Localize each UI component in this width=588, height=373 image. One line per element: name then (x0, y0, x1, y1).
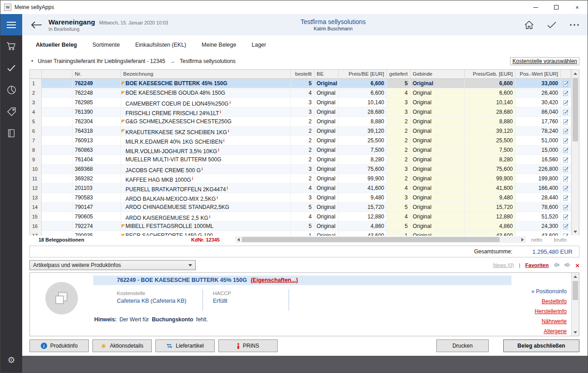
next-button[interactable] (564, 262, 570, 268)
scroll-left-button[interactable] (235, 236, 242, 243)
vertical-scrollbar-thumb[interactable] (573, 78, 578, 141)
detail-link-naehrwerte[interactable]: Nährwerte (517, 316, 567, 326)
favorites-link[interactable]: Favoriten (525, 262, 549, 268)
tab-meine-belege[interactable]: Meine Belege (202, 42, 236, 48)
detail-link-herstellerinfo[interactable]: Herstellerinfo (517, 306, 567, 316)
more-button[interactable] (569, 24, 579, 26)
tab-lager[interactable]: Lager (251, 42, 266, 48)
home-button[interactable] (524, 20, 534, 29)
minimize-button[interactable] (525, 0, 546, 14)
table-horizontal-scrollbar[interactable] (235, 236, 526, 243)
edit-position-button[interactable] (563, 79, 569, 88)
table-row[interactable]: 13790583ARDO BALKAN-MEXICO-MIX 2,5KGi3Or… (30, 193, 571, 203)
back-button[interactable] (30, 21, 42, 29)
detail-link-allergene[interactable]: Allergene (517, 326, 567, 336)
button-produktinfo[interactable]: Produktinfo (29, 339, 89, 352)
edit-position-button[interactable] (563, 136, 569, 145)
sidebar-item-statistics[interactable] (0, 79, 22, 101)
edit-position-button[interactable] (563, 203, 569, 212)
edit-position-button[interactable] (563, 165, 569, 174)
column-header-blank[interactable] (42, 70, 72, 79)
maximize-button[interactable] (546, 0, 567, 14)
sidebar-item-tasks[interactable] (0, 57, 22, 79)
edit-position-button[interactable] (563, 155, 569, 164)
note-marker-icon (121, 82, 125, 85)
table-row[interactable]: 2762248BOE KAESESCHEIB GOUDA 48% 150G4Or… (30, 88, 571, 98)
confirm-button[interactable] (547, 21, 557, 29)
button-beleg-abschliessen[interactable]: Beleg abschließen (503, 339, 579, 352)
cost-center-link[interactable]: Kostenstelle vorauswählen (510, 57, 579, 65)
button-label: Drucken (453, 343, 473, 349)
column-header-name[interactable]: Bezeichnung (121, 70, 291, 79)
edit-position-button[interactable] (563, 212, 569, 221)
prev-button[interactable] (554, 262, 559, 268)
edit-position-button[interactable] (563, 145, 569, 155)
column-header-edit[interactable] (561, 70, 571, 79)
edit-position-button[interactable] (563, 88, 569, 97)
sidebar-item-prices[interactable] (0, 101, 22, 122)
edit-position-button[interactable] (563, 193, 569, 202)
table-row[interactable]: 12201103PUERELL BRATKARTOFFELN 2KG4474i4… (30, 184, 571, 193)
column-header-bestellt[interactable]: bestellt (291, 70, 314, 79)
column-header-be[interactable]: BE (314, 70, 339, 79)
button-drucken[interactable]: Drucken (436, 339, 489, 352)
edit-position-button[interactable] (563, 98, 569, 107)
cell-blank (42, 136, 72, 145)
table-row[interactable]: 11369282KAFFEE HAG MKB 1000Gi2Original99… (30, 174, 571, 184)
scroll-right-button[interactable] (519, 236, 526, 243)
column-header-pos_wert[interactable]: Pos.-Wert [EUR] (516, 70, 561, 79)
table-row[interactable]: 9761404MUELLER MULTI-VIT BUTTERM 500G2Or… (30, 155, 571, 165)
detail-scrollbar[interactable] (571, 273, 579, 336)
scroll-down-button[interactable] (572, 228, 579, 235)
table-row[interactable]: 10369368JACOBS CAFE CREME 500 Gi3Origina… (30, 165, 571, 174)
table-row[interactable]: 1762249BOE KAESESCHE BUTTERK 45% 150G5Or… (30, 79, 571, 88)
news-link[interactable]: News (0) (493, 262, 514, 268)
edit-position-button[interactable] (563, 184, 569, 193)
edit-position-button[interactable] (563, 107, 569, 116)
table-row[interactable]: 3762985CAMEMBERT COEUR DE LION45%250Gi3O… (30, 98, 571, 107)
detail-link-bestellinfo[interactable]: Bestellinfo (517, 296, 567, 306)
table-row[interactable]: 7760913MILR.K.EDAMER 40% 1KG SCHEIBENi2O… (30, 136, 571, 145)
edit-position-button[interactable] (563, 174, 569, 183)
column-header-preis_geb[interactable]: Preis/Geb. [EUR] (465, 70, 516, 79)
sidebar-item-settings[interactable]: ⚙ (0, 349, 22, 371)
table-row[interactable]: 4761390FRISCHLI CREME FRISCHLI 24%1LTi3O… (30, 107, 571, 117)
table-row[interactable]: 16792274MIBELL FESTTAGSROLLE 1000ML5Orig… (30, 222, 571, 231)
product-info-dropdown[interactable]: Artikelpass und weitere Produktinfos (29, 260, 196, 270)
column-header-nr[interactable]: Nr. (72, 70, 121, 79)
detail-scroll-down-button[interactable] (572, 329, 579, 336)
close-button[interactable]: × (567, 0, 588, 14)
detail-scroll-up-button[interactable] (572, 273, 579, 280)
table-row[interactable]: 8760863MILR.VOLLMI-JOGHURT 3,5% 10KGi2Or… (30, 145, 571, 155)
close-panel-icon[interactable]: × (575, 262, 579, 269)
tab-aktueller-beleg[interactable]: Aktueller Beleg (36, 42, 77, 48)
edit-position-button[interactable] (563, 117, 569, 126)
column-header-gebinde[interactable]: Gebinde (410, 70, 465, 79)
column-header-preis_be[interactable]: Preis/BE [EUR] (339, 70, 387, 79)
table-row[interactable]: 15790605ARDO KAISERGEMUESE 2,5 KGi4Origi… (30, 212, 571, 222)
button-prins[interactable]: PRiNS (218, 339, 278, 352)
table-vertical-scrollbar[interactable] (571, 70, 579, 235)
button-label: Lieferartikel (176, 343, 204, 349)
sidebar-item-cart[interactable] (0, 35, 22, 57)
column-header-num[interactable] (30, 70, 42, 79)
sidebar-item-catalog[interactable] (0, 122, 22, 144)
netto-toggle[interactable]: netto (531, 237, 542, 242)
detail-link-positionsinfo[interactable]: » Positionsinfo (517, 286, 567, 296)
brutto-toggle[interactable]: brutto (554, 237, 567, 242)
table-row[interactable]: 5762304G&G SCHMELZKAESESCH CHESTE250G2Or… (30, 117, 571, 126)
button-aktionsdetails[interactable]: Aktionsdetails (92, 339, 152, 352)
detail-scrollbar-thumb[interactable] (573, 281, 578, 300)
edit-position-button[interactable] (563, 222, 569, 231)
button-lieferartikel[interactable]: Lieferartikel (155, 339, 215, 352)
table-row[interactable]: 14790147ARDO CHINAGEMUESE STANDAR2,5KG5O… (30, 203, 571, 212)
tab-sortimente[interactable]: Sortimente (92, 42, 120, 48)
scroll-up-button[interactable] (572, 70, 579, 77)
menu-button[interactable] (0, 14, 22, 35)
properties-link[interactable]: (Eigenschaften...) (251, 277, 298, 283)
table-row[interactable]: 6764318KRAEUTERKAESE SKZ SCHEIBEN 1KGi2O… (30, 126, 571, 136)
column-header-geliefert[interactable]: geliefert (387, 70, 410, 79)
horizontal-scrollbar-thumb[interactable] (242, 237, 500, 242)
edit-position-button[interactable] (563, 126, 569, 136)
tab-einkaufslisten-ekl[interactable]: Einkaufslisten (EKL) (135, 42, 186, 48)
